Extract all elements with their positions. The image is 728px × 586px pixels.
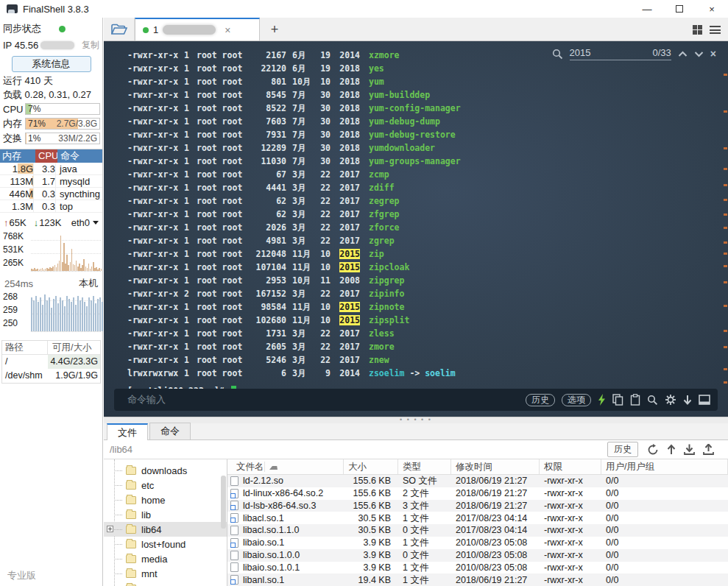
new-tab-button[interactable]: + — [260, 18, 289, 40]
file-month: 3月 — [292, 340, 316, 353]
history-button[interactable]: 历史 — [526, 394, 555, 406]
session-tab-bar: 1 × + — [104, 18, 728, 41]
file-day: 19 — [316, 62, 331, 75]
download-arrow-icon[interactable] — [683, 395, 692, 406]
file-size: 2167 — [244, 49, 286, 62]
file-row[interactable]: libaio.so.1.0.13.9 KB1 文件2010/08/23 05:0… — [227, 562, 728, 574]
minimize-button[interactable]: — — [631, 0, 663, 18]
file-year: 2017 — [333, 181, 360, 194]
search-prev-icon[interactable] — [678, 51, 688, 57]
col-type[interactable]: 类型 — [398, 459, 451, 474]
system-info-button[interactable]: 系统信息 — [12, 56, 91, 72]
file-row[interactable]: libacl.so.1.1.030.5 KB0 文件2017/08/23 04:… — [227, 524, 728, 537]
file-row[interactable]: ld-linux-x86-64.so.2155.6 KB2 文件2018/06/… — [227, 487, 728, 500]
col-perm[interactable]: 权限 — [540, 459, 601, 474]
up-arrow-icon[interactable] — [667, 444, 676, 455]
refresh-icon[interactable] — [647, 444, 659, 456]
search-input[interactable]: 2015 — [570, 47, 647, 58]
file-day: 10 — [316, 75, 331, 88]
tree-item-media[interactable]: media — [104, 551, 227, 566]
tree-item-lib[interactable]: lib — [104, 507, 227, 522]
command-input[interactable]: 命令输入 — [127, 393, 166, 406]
search-close-icon[interactable]: × — [710, 48, 716, 60]
terminal-line: -rwxr-xr-x1root root85227月302018yum-conf… — [127, 102, 461, 115]
file-owner-cell: 0/0 — [601, 475, 728, 487]
symlink-file-icon — [230, 538, 238, 548]
file-month: 3月 — [292, 168, 316, 181]
file-day: 22 — [316, 327, 331, 340]
tree-item-downloads[interactable]: downloads — [104, 463, 227, 478]
upload-file-icon[interactable] — [703, 444, 714, 455]
close-button[interactable]: × — [696, 0, 728, 18]
meter-value: 33M/2.2G — [58, 133, 97, 144]
paste-icon[interactable] — [630, 394, 640, 406]
tree-item-label: media — [141, 554, 167, 565]
file-row[interactable]: libaio.so.13.9 KB1 文件2010/08/23 05:08-rw… — [227, 537, 728, 549]
col-size[interactable]: 大小 — [344, 459, 398, 474]
tree-item-home[interactable]: home — [104, 493, 227, 507]
tab-commands[interactable]: 命令 — [149, 423, 191, 440]
process-col-memory[interactable]: 内存 — [0, 149, 35, 163]
terminal-line: -rwxr-xr-x1root root44413月222017zdiff — [127, 181, 461, 194]
col-owner[interactable]: 用户/用户组 — [601, 459, 728, 474]
search-next-icon[interactable] — [694, 51, 704, 57]
file-year: 2017 — [333, 234, 360, 247]
tab-files[interactable]: 文件 — [107, 423, 148, 440]
interface-selector[interactable]: eth0 — [71, 217, 99, 228]
link-count: 1 — [180, 261, 189, 274]
link-count: 1 — [180, 141, 189, 155]
session-tab[interactable]: 1 × — [135, 18, 260, 40]
process-col-cpu[interactable]: CPU — [35, 149, 57, 163]
meter-row: 内存71%2.7G/3.8G — [0, 116, 102, 131]
path-history-button[interactable]: 历史 — [607, 442, 638, 457]
file-name: yum — [369, 75, 384, 88]
file-row[interactable]: libaio.so.1.0.03.9 KB0 文件2010/08/23 05:0… — [227, 549, 728, 562]
search-terminal-icon[interactable] — [647, 395, 658, 406]
file-name: zgrep — [369, 234, 395, 247]
directory-tree: downloadsetchomeliblib64lost+foundmediam… — [104, 459, 227, 586]
monitor-icon[interactable] — [699, 395, 710, 405]
open-connections-button[interactable] — [104, 18, 135, 40]
graph-y-label: 768K — [3, 231, 24, 241]
col-mtime[interactable]: 修改时间 — [451, 459, 540, 474]
layout-grid-icon[interactable] — [693, 25, 702, 35]
tree-item-lib64[interactable]: lib64 — [104, 522, 227, 537]
panel-splitter[interactable]: • • • • • — [104, 417, 728, 423]
tab-close-icon[interactable]: × — [225, 24, 230, 36]
file-row[interactable]: ld-lsb-x86-64.so.3155.6 KB3 文件2018/06/19… — [227, 500, 728, 512]
path-input[interactable]: /lib64 — [110, 444, 607, 455]
file-month: 7月 — [292, 155, 316, 168]
session-status-dot — [143, 27, 149, 33]
file-month: 11月 — [292, 300, 316, 314]
download-file-icon[interactable] — [684, 444, 695, 455]
file-row[interactable]: ld-2.12.so155.6 KBSO 文件2018/06/19 21:27-… — [227, 475, 728, 487]
col-filename[interactable]: 文件名 — [227, 459, 344, 474]
file-row[interactable]: libanl.so.119.4 KB1 文件2018/06/19 21:27-r… — [227, 573, 728, 586]
file-type-cell: 3 文件 — [398, 500, 451, 512]
file-size: 6 — [244, 367, 286, 380]
file-month: 6月 — [292, 62, 316, 75]
gear-icon[interactable] — [665, 394, 676, 406]
file-day: 22 — [316, 340, 331, 353]
tree-item-lost+found[interactable]: lost+found — [104, 537, 227, 551]
process-col-command[interactable]: 命令 — [57, 149, 102, 163]
tree-expander-icon[interactable] — [107, 526, 113, 532]
file-name: zless — [369, 327, 395, 340]
file-perms: -rwxr-xr-x — [127, 194, 180, 208]
file-row[interactable]: libacl.so.130.5 KB1 文件2017/08/23 04:14-r… — [227, 512, 728, 524]
copy-ip-button[interactable]: 复制 — [82, 39, 99, 52]
file-name: zforce — [369, 221, 400, 234]
maximize-button[interactable] — [663, 0, 696, 18]
file-name-cell: libacl.so.1 — [227, 512, 344, 525]
tree-scrollbar[interactable] — [221, 476, 226, 529]
file-perms: -rwxr-xr-x — [127, 49, 180, 62]
terminal[interactable]: -rwxr-xr-x1root root21676月192014xzmore-r… — [104, 41, 728, 417]
tree-item-etc[interactable]: etc — [104, 478, 227, 493]
file-year: 2017 — [333, 327, 360, 340]
lightning-icon[interactable] — [598, 394, 606, 406]
options-button[interactable]: 选项 — [562, 394, 591, 406]
menu-icon[interactable] — [710, 26, 721, 34]
tree-item-mnt[interactable]: mnt — [104, 566, 227, 581]
file-perms: -rwxr-xr-x — [127, 102, 180, 115]
copy-icon[interactable] — [612, 394, 623, 406]
